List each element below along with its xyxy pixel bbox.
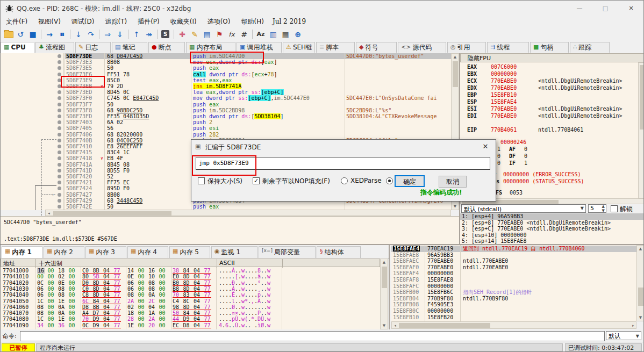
hex-byte[interactable]: 06 bbox=[37, 286, 44, 292]
asmjit-radio[interactable] bbox=[386, 177, 393, 184]
calculator-icon[interactable]: ▦ bbox=[280, 29, 291, 40]
menu-item[interactable]: 帮助(H) bbox=[235, 16, 269, 28]
hex-byte[interactable]: 00 bbox=[69, 322, 75, 328]
hash-icon[interactable]: # bbox=[239, 29, 249, 40]
close-button[interactable]: ✕ bbox=[623, 4, 639, 13]
breakpoint-dot[interactable] bbox=[58, 60, 61, 64]
register-value[interactable]: 770EABE0 bbox=[491, 106, 517, 112]
hex-byte[interactable]: 1C bbox=[37, 316, 44, 322]
hex-byte[interactable]: 06 bbox=[127, 280, 134, 286]
breakpoint-dot[interactable] bbox=[58, 90, 61, 94]
stack-hscrollbar[interactable]: ◂ ▸ bbox=[391, 321, 636, 329]
breakpoint-dot[interactable] bbox=[58, 133, 61, 137]
hex-byte[interactable]: 77 bbox=[204, 298, 211, 304]
breakpoint-dot[interactable] bbox=[58, 103, 61, 106]
breakpoint-dot[interactable] bbox=[58, 163, 61, 167]
dump-tab-监视 1[interactable]: ◉监视 1 bbox=[211, 246, 257, 258]
nop-fill-checkbox[interactable]: ✓ bbox=[253, 177, 260, 184]
dump-tab-内存 5[interactable]: ▦内存 5 bbox=[169, 246, 210, 258]
flag-value[interactable]: 1 bbox=[497, 146, 500, 152]
argument-row[interactable]: 4: [esp+10] 00000000 bbox=[460, 232, 644, 239]
hex-byte[interactable]: 18 bbox=[58, 268, 65, 274]
globe-icon[interactable]: ⊕ bbox=[292, 29, 303, 40]
hex-byte[interactable]: 0A bbox=[58, 310, 65, 316]
dump-tab-局部变量[interactable]: [x=]局部变量 bbox=[259, 246, 316, 258]
command-input[interactable] bbox=[20, 331, 605, 341]
menu-item[interactable]: 视图(V) bbox=[33, 16, 66, 28]
label-icon[interactable]: ▤ bbox=[202, 29, 212, 40]
hex-byte[interactable]: 00 bbox=[159, 280, 166, 286]
hex-byte[interactable]: 00 bbox=[159, 316, 166, 322]
dump-row[interactable]: 770410200C000E00D08D047706000800B08D0477… bbox=[1, 280, 380, 286]
hex-byte[interactable]: 02 bbox=[127, 304, 134, 310]
hex-byte[interactable]: 00 bbox=[69, 304, 75, 310]
argument-row[interactable]: 3: [esp+C] 770EABE0 <ntdll.DbgUiRemoteBr… bbox=[460, 226, 644, 232]
stack-row[interactable]: 15E8FB0C00000000 bbox=[391, 308, 636, 314]
disasm-row[interactable]: 5D8F73E550push eax bbox=[1, 65, 451, 71]
hex-byte[interactable]: 1E bbox=[58, 298, 65, 304]
callconv-select[interactable]: 默认 (stdcall) ▼ bbox=[461, 204, 586, 213]
dialog-close-button[interactable]: ✕ bbox=[478, 142, 492, 152]
hex-byte[interactable]: 16 bbox=[37, 268, 45, 274]
run-to-user-code-icon[interactable]: ↠ bbox=[144, 29, 154, 40]
hex-byte[interactable]: 00 bbox=[138, 322, 145, 328]
tab-调用堆栈[interactable]: ▣调用堆栈 bbox=[237, 42, 282, 53]
tab-引用[interactable]: ◎引用 bbox=[447, 42, 486, 53]
register-value[interactable]: 770EABE0 bbox=[491, 85, 517, 91]
breakpoint-dot[interactable] bbox=[58, 109, 61, 112]
tab-跟踪[interactable]: ∴跟踪 bbox=[570, 42, 610, 53]
hex-byte[interactable]: 00 bbox=[48, 316, 54, 322]
dump-tab-内存 1[interactable]: ▦内存 1 bbox=[2, 246, 42, 258]
hex-byte[interactable]: 0A bbox=[58, 304, 65, 310]
hex-dump-panel[interactable]: 地址十六进制ASCII7704100016001800C08B047714001… bbox=[1, 258, 380, 329]
tab-CPU[interactable]: ▦CPU bbox=[1, 42, 34, 53]
tab-脚本[interactable]: ≡脚本 bbox=[316, 42, 355, 53]
stack-panel[interactable]: 15E8FAE4770EAC19返回到 ntdll.770EAC19 自 ntd… bbox=[391, 245, 636, 321]
register-value[interactable]: 15E8FAE4 bbox=[491, 99, 517, 105]
hex-byte[interactable]: 08 bbox=[148, 280, 155, 286]
hex-byte[interactable]: 00 bbox=[69, 268, 75, 274]
hex-byte[interactable]: 00 bbox=[69, 310, 75, 316]
menu-item[interactable]: 调试(D) bbox=[66, 16, 100, 28]
hex-byte[interactable]: 18 bbox=[127, 310, 134, 316]
registers-scrollbar[interactable] bbox=[638, 62, 644, 198]
dump-row[interactable]: 7704106008000A00D88B047702000400988D0477… bbox=[1, 304, 380, 310]
hex-byte[interactable]: 08 bbox=[58, 286, 65, 292]
tab-线程[interactable]: ⇉线程 bbox=[487, 42, 529, 53]
hex-byte[interactable]: 1C bbox=[37, 298, 44, 304]
dump-row[interactable]: 7704101000000200805B04770E001000E08D0477… bbox=[1, 274, 380, 279]
hex-byte[interactable]: 20 bbox=[148, 322, 155, 328]
hex-byte[interactable]: 06 bbox=[127, 286, 134, 292]
arg-count-stepper[interactable]: 5 ▲ ▼ bbox=[588, 204, 606, 213]
hex-byte[interactable]: 00 bbox=[159, 274, 166, 279]
disasm-row[interactable]: 5D8F73F750push eax bbox=[1, 102, 451, 107]
stack-row[interactable]: 15E8FAF0770EABE0ntdll.770EABE0 bbox=[391, 264, 636, 271]
hex-byte[interactable]: 00 bbox=[159, 304, 166, 310]
hex-byte[interactable]: 00 bbox=[48, 286, 54, 292]
flag-value[interactable]: 1 bbox=[524, 160, 527, 166]
menu-item[interactable]: 收藏夹(I) bbox=[165, 16, 202, 28]
stack-row[interactable]: 15E8FB04770B9F80ntdll.770B9F80 bbox=[391, 296, 636, 302]
flag-value[interactable]: 0 bbox=[497, 153, 500, 159]
restart-icon[interactable]: ↺ bbox=[15, 29, 26, 40]
breakpoint-dot[interactable] bbox=[58, 186, 61, 190]
hex-byte[interactable]: 14 bbox=[127, 268, 134, 274]
tab-断点[interactable]: ●断点 bbox=[148, 42, 185, 53]
minimize-button[interactable]: — bbox=[571, 4, 588, 13]
dump-row[interactable]: 7704100016001800C08B04771400160038840477… bbox=[1, 268, 380, 274]
stack-row[interactable]: 15E8FAF400000000 bbox=[391, 270, 636, 277]
breakpoint-dot[interactable] bbox=[58, 169, 61, 173]
breakpoint-dot[interactable] bbox=[58, 156, 61, 160]
hex-byte[interactable]: 00 bbox=[37, 274, 44, 279]
stack-scrollbar[interactable]: ▲ ▼ bbox=[636, 245, 644, 321]
patch-icon[interactable]: ✚ bbox=[177, 29, 188, 40]
disasm-row[interactable]: 5D8F73ED8D45 0Clea eax,dword ptr ss:[ebp… bbox=[1, 89, 451, 95]
hex-byte[interactable]: 00 bbox=[138, 304, 145, 310]
step-over-icon[interactable]: ↷ bbox=[85, 29, 96, 40]
menu-item[interactable]: 插件(P) bbox=[132, 16, 165, 28]
hex-byte[interactable]: 00 bbox=[159, 268, 166, 274]
breakpoint-dot[interactable] bbox=[58, 150, 61, 154]
hex-byte[interactable]: 34 bbox=[37, 322, 44, 328]
breakpoint-dot[interactable] bbox=[58, 205, 61, 209]
hex-byte[interactable]: 00 bbox=[69, 280, 75, 286]
